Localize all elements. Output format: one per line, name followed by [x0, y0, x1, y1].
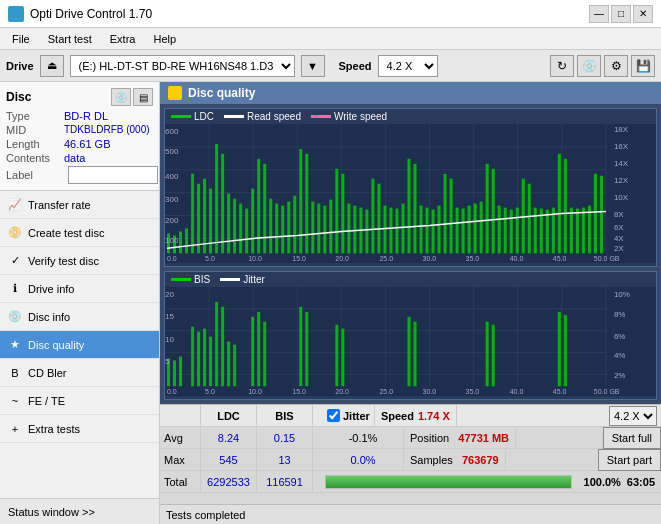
transfer-rate-label: Transfer rate [28, 199, 91, 211]
svg-text:400: 400 [165, 172, 179, 181]
menu-start-test[interactable]: Start test [40, 31, 100, 47]
svg-text:45.0: 45.0 [553, 255, 567, 262]
disc-info-header: Disc 💿 ▤ [6, 88, 153, 106]
menu-help[interactable]: Help [145, 31, 184, 47]
svg-rect-77 [534, 207, 537, 253]
sidebar-item-create-test-disc[interactable]: 📀 Create test disc [0, 219, 159, 247]
menu-extra[interactable]: Extra [102, 31, 144, 47]
start-part-button[interactable]: Start part [598, 449, 661, 471]
svg-text:25.0: 25.0 [379, 388, 393, 395]
svg-text:12X: 12X [614, 176, 629, 185]
sidebar-item-disc-info[interactable]: 💿 Disc info [0, 303, 159, 331]
save-icon[interactable]: 💾 [631, 55, 655, 77]
samples-value: 763679 [462, 454, 499, 466]
panel-title-bar: Disc quality [160, 82, 661, 104]
svg-rect-148 [407, 317, 410, 387]
svg-text:15: 15 [165, 312, 174, 321]
svg-rect-133 [191, 327, 194, 387]
length-label: Length [6, 138, 64, 150]
sidebar-item-fe-te[interactable]: ~ FE / TE [0, 387, 159, 415]
svg-text:30.0: 30.0 [423, 388, 437, 395]
svg-rect-75 [522, 179, 525, 254]
max-ldc: 545 [201, 454, 256, 466]
disc-info-icon1[interactable]: 💿 [111, 88, 131, 106]
svg-rect-40 [311, 202, 314, 254]
total-label: Total [160, 476, 200, 488]
legend-bis-label: BIS [194, 274, 210, 285]
disc-write-icon[interactable]: 💿 [577, 55, 601, 77]
svg-text:20: 20 [165, 290, 174, 299]
jitter-header: Jitter [343, 410, 370, 422]
settings-icon[interactable]: ⚙ [604, 55, 628, 77]
status-window[interactable]: Status window >> [0, 498, 159, 524]
disc-label-row: Label ✏ [6, 166, 153, 184]
speed-dropdown[interactable]: 4.2 X [609, 406, 657, 426]
disc-mid-row: MID TDKBLDRFB (000) [6, 124, 153, 136]
svg-rect-70 [492, 169, 495, 254]
legend-ldc-label: LDC [194, 111, 214, 122]
minimize-button[interactable]: — [589, 5, 609, 23]
status-completed-bar: Tests completed [160, 504, 661, 524]
sidebar-item-transfer-rate[interactable]: 📈 Transfer rate [0, 191, 159, 219]
svg-rect-85 [582, 207, 585, 253]
svg-rect-83 [570, 207, 573, 253]
svg-rect-49 [365, 209, 368, 253]
maximize-button[interactable]: □ [611, 5, 631, 23]
extra-tests-label: Extra tests [28, 423, 80, 435]
svg-rect-21 [197, 184, 200, 254]
drive-refresh-icon[interactable]: ▼ [301, 55, 325, 77]
position-label: Position 47731 MB [404, 432, 515, 444]
svg-rect-139 [227, 342, 230, 387]
create-test-icon: 📀 [8, 226, 22, 240]
svg-rect-137 [215, 302, 218, 386]
disc-info-icon2[interactable]: ▤ [133, 88, 153, 106]
svg-text:10.0: 10.0 [248, 255, 262, 262]
svg-rect-65 [462, 208, 465, 253]
speed-stat-value: 1.74 X [418, 410, 450, 422]
drive-select[interactable]: (E:) HL-DT-ST BD-RE WH16NS48 1.D3 [70, 55, 295, 77]
sidebar-item-cd-bler[interactable]: B CD Bler [0, 359, 159, 387]
svg-rect-51 [377, 184, 380, 254]
speed-select[interactable]: 4.2 X [378, 55, 438, 77]
menu-file[interactable]: File [4, 31, 38, 47]
svg-rect-29 [245, 208, 248, 253]
legend-jitter: Jitter [220, 274, 265, 285]
sidebar-item-disc-quality[interactable]: ★ Disc quality [0, 331, 159, 359]
disc-contents-row: Contents data [6, 152, 153, 164]
svg-rect-132 [179, 357, 182, 387]
drive-label: Drive [6, 60, 34, 72]
svg-rect-149 [414, 322, 417, 387]
disc-length-row: Length 46.61 GB [6, 138, 153, 150]
svg-rect-26 [227, 194, 230, 254]
svg-rect-24 [215, 144, 218, 253]
svg-rect-68 [480, 202, 483, 254]
svg-text:50.0 GB: 50.0 GB [594, 255, 620, 262]
start-full-button[interactable]: Start full [603, 427, 661, 449]
close-button[interactable]: ✕ [633, 5, 653, 23]
svg-rect-53 [389, 207, 392, 253]
read-speed-color [224, 115, 244, 118]
progress-bar-container [325, 475, 572, 489]
refresh-icon[interactable]: ↻ [550, 55, 574, 77]
label-input[interactable] [68, 166, 158, 184]
sidebar-item-drive-info[interactable]: ℹ Drive info [0, 275, 159, 303]
jitter-checkbox[interactable] [327, 409, 340, 422]
svg-text:4%: 4% [614, 352, 626, 361]
avg-jitter: -0.1% [323, 432, 403, 444]
sidebar-item-verify-test-disc[interactable]: ✓ Verify test disc [0, 247, 159, 275]
disc-quality-label: Disc quality [28, 339, 84, 351]
svg-text:20.0: 20.0 [335, 255, 349, 262]
svg-rect-36 [287, 202, 290, 254]
stats-avg-row: Avg 8.24 0.15 -0.1% Position 47731 MB St… [160, 427, 661, 449]
svg-rect-140 [233, 345, 236, 387]
svg-rect-50 [371, 179, 374, 254]
svg-text:2X: 2X [614, 244, 624, 253]
bottom-chart-area: 10% 8% 6% 4% 2% 20 15 10 5 0.0 5.0 10.0 [165, 287, 656, 396]
svg-rect-152 [558, 312, 561, 386]
drive-toolbar-icons: ↻ 💿 ⚙ 💾 [550, 55, 655, 77]
avg-ldc: 8.24 [201, 432, 256, 444]
svg-rect-34 [275, 204, 278, 254]
svg-rect-32 [263, 164, 266, 254]
sidebar-item-extra-tests[interactable]: + Extra tests [0, 415, 159, 443]
drive-eject-icon[interactable]: ⏏ [40, 55, 64, 77]
